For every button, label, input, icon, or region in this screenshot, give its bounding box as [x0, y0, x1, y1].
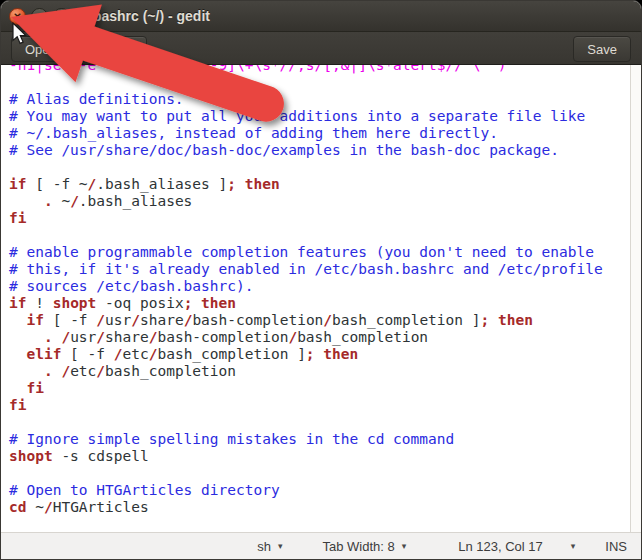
gedit-window: ✕ .bashrc (~/) - gedit Open Save -n1|sed…	[0, 0, 642, 560]
code-token: /	[288, 329, 297, 345]
toolbar: Open Save	[1, 32, 641, 65]
code-token: /	[96, 363, 105, 379]
code-token: # enable programmable completion feature…	[9, 244, 594, 260]
code-token: bash_completion	[105, 363, 236, 379]
code-token: /	[61, 329, 70, 345]
tab-width-label: Tab Width: 8	[322, 539, 394, 554]
window-title: .bashrc (~/) - gedit	[89, 8, 210, 24]
code-token: # Alias definitions.	[9, 91, 184, 107]
code-token: bash_completion	[297, 329, 428, 345]
code-token: ;	[480, 312, 489, 328]
code-token: # ~/.bash_aliases, instead of adding the…	[9, 125, 498, 141]
code-line: fi	[9, 380, 630, 397]
code-token: /	[44, 499, 53, 515]
code-token: ;	[227, 176, 236, 192]
code-line: # You may want to put all your additions…	[9, 108, 630, 125]
save-button[interactable]: Save	[573, 36, 631, 62]
code-token	[9, 363, 44, 379]
insert-mode-indicator: INS	[605, 539, 627, 554]
code-token: share	[140, 312, 184, 328]
code-token: # See /usr/share/doc/bash-doc/examples i…	[9, 142, 559, 158]
code-token: /	[131, 312, 140, 328]
code-token: .bash_aliases	[79, 193, 193, 209]
code-token: share	[105, 329, 149, 345]
code-token: shopt	[9, 448, 53, 464]
code-token: usr	[105, 312, 131, 328]
code-line: -n1|sed -e '\''s/^\s*[0-9]\+\s*//;s/[;&|…	[9, 65, 630, 74]
editor: -n1|sed -e '\''s/^\s*[0-9]\+\s*//;s/[;&|…	[1, 65, 641, 532]
code-line: # Open to HTGArticles directory	[9, 482, 630, 499]
minimize-button[interactable]	[31, 8, 48, 25]
statusbar: sh ▾ Tab Width: 8 ▾ Ln 123, Col 17 ▾ INS	[1, 532, 641, 559]
code-token: elif	[26, 346, 61, 362]
code-token: etc	[70, 363, 96, 379]
code-token: shopt	[53, 295, 97, 311]
tab-width-selector[interactable]: Tab Width: 8 ▾	[322, 539, 406, 554]
code-token: .bash_aliases ]	[96, 176, 227, 192]
code-token: /	[96, 329, 105, 345]
code-line: # Ignore simple spelling mistakes in the…	[9, 431, 630, 448]
code-token: fi	[9, 210, 26, 226]
code-token: # this, if it's already enabled in /etc/…	[9, 261, 603, 277]
code-token: .	[44, 329, 53, 345]
code-line: # See /usr/share/doc/bash-doc/examples i…	[9, 142, 630, 159]
code-token: ~	[53, 193, 70, 209]
code-line	[9, 227, 630, 244]
code-area[interactable]: -n1|sed -e '\''s/^\s*[0-9]\+\s*//;s/[;&|…	[1, 65, 630, 532]
code-token	[9, 312, 26, 328]
code-line: if [ -f /usr/share/bash-completion/bash_…	[9, 312, 630, 329]
code-token: then	[201, 295, 236, 311]
code-token: then	[323, 346, 358, 362]
code-token: bash_completion ]	[332, 312, 480, 328]
code-line: # enable programmable completion feature…	[9, 244, 630, 261]
insert-mode-label: INS	[605, 539, 627, 554]
code-line: # ~/.bash_aliases, instead of adding the…	[9, 125, 630, 142]
code-token: # Open to HTGArticles directory	[9, 482, 280, 498]
code-token	[9, 329, 44, 345]
code-token: /	[114, 346, 123, 362]
code-token	[9, 380, 26, 396]
code-token: # sources /etc/bash.bashrc).	[9, 278, 253, 294]
code-token: [ -f ~	[26, 176, 87, 192]
open-button[interactable]: Open	[11, 36, 71, 62]
code-line: fi	[9, 397, 630, 414]
code-token: -oq posix	[96, 295, 183, 311]
code-token: usr	[70, 329, 96, 345]
maximize-button[interactable]	[53, 8, 70, 25]
code-token: [ -f	[44, 312, 96, 328]
chevron-down-icon: ▾	[402, 541, 407, 551]
code-line: # Alias definitions.	[9, 91, 630, 108]
position-dropdown[interactable]: ▾	[571, 541, 576, 551]
code-token: bash_completion ]	[157, 346, 305, 362]
code-token: .	[44, 363, 53, 379]
code-line	[9, 159, 630, 176]
code-token: /	[70, 193, 79, 209]
code-line: elif [ -f /etc/bash_completion ]; then	[9, 346, 630, 363]
open-button-label: Open	[25, 42, 57, 57]
code-line	[9, 74, 630, 91]
new-document-button[interactable]	[89, 36, 147, 62]
code-token	[236, 176, 245, 192]
code-token: fi	[26, 380, 43, 396]
code-token: bash-completion	[157, 329, 288, 345]
code-line	[9, 465, 630, 482]
code-line: . ~/.bash_aliases	[9, 193, 630, 210]
code-token: -n1|sed -e '\''s/^\s*[0-9]\+\s*//;s/[;&|…	[9, 65, 524, 73]
code-token: # You may want to put all your additions…	[9, 108, 585, 124]
code-token: -s cdspell	[53, 448, 149, 464]
minimize-icon	[36, 16, 43, 18]
code-token: ;	[306, 346, 315, 362]
language-label: sh	[257, 539, 271, 554]
close-button[interactable]: ✕	[9, 8, 26, 25]
code-token: etc	[123, 346, 149, 362]
cursor-position: Ln 123, Col 17	[458, 539, 543, 554]
code-token: [ -f	[61, 346, 113, 362]
code-line: if ! shopt -oq posix; then	[9, 295, 630, 312]
vertical-scrollbar[interactable]	[630, 65, 641, 532]
code-line: fi	[9, 210, 630, 227]
code-line: cd ~/HTGArticles	[9, 499, 630, 516]
code-token	[192, 295, 201, 311]
language-selector[interactable]: sh ▾	[257, 539, 282, 554]
chevron-down-icon: ▾	[278, 541, 283, 551]
titlebar[interactable]: ✕ .bashrc (~/) - gedit	[1, 1, 641, 32]
